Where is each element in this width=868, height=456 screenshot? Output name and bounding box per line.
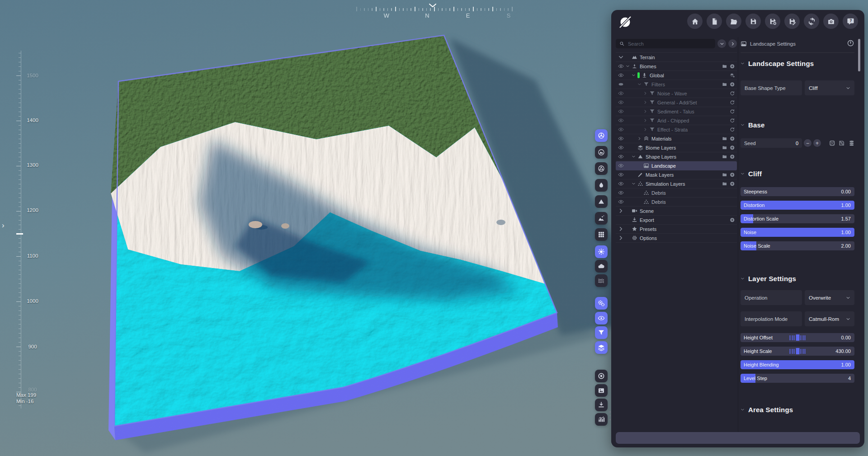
- expand-toggle[interactable]: [632, 73, 637, 77]
- tool-download-button[interactable]: [595, 399, 608, 411]
- section-cliff[interactable]: Cliff: [741, 170, 854, 178]
- add-icon[interactable]: [730, 181, 735, 187]
- section-landscape-settings[interactable]: Landscape Settings: [741, 60, 854, 67]
- folder-icon[interactable]: [722, 136, 727, 141]
- seed-field[interactable]: Seed 0: [741, 138, 802, 148]
- save-seed-icon[interactable]: [839, 140, 845, 146]
- slider-noise[interactable]: Noise1.00: [741, 228, 854, 237]
- tool-circle-mountain-button[interactable]: [595, 146, 608, 159]
- slider-height-scale[interactable]: Height Scale430.00: [741, 347, 854, 356]
- visibility-toggle[interactable]: [618, 172, 626, 178]
- expand-toggle[interactable]: [637, 136, 643, 141]
- tool-circle-shape-button[interactable]: [595, 162, 608, 175]
- help-button[interactable]: ?: [843, 14, 858, 29]
- visibility-toggle[interactable]: [618, 163, 626, 169]
- folder-icon[interactable]: [722, 181, 727, 187]
- tool-gears-button[interactable]: [595, 297, 608, 310]
- expand-toggle[interactable]: [632, 182, 637, 186]
- tool-sun-button[interactable]: [595, 245, 608, 258]
- slider-height-offset[interactable]: Height Offset0.00: [741, 333, 854, 342]
- visibility-toggle[interactable]: [618, 99, 626, 105]
- add-icon[interactable]: [730, 145, 735, 150]
- expand-toggle[interactable]: [643, 118, 649, 122]
- expand-toggle[interactable]: [618, 226, 626, 232]
- refresh-icon[interactable]: [730, 100, 735, 105]
- tree-row-export[interactable]: Export: [616, 216, 737, 225]
- folder-icon[interactable]: [722, 154, 727, 160]
- tree-row-biome-layers[interactable]: Biome Layers: [616, 143, 737, 152]
- slider-distortion[interactable]: Distortion1.00: [741, 201, 854, 210]
- tree-row-debris-15[interactable]: Debris: [616, 188, 737, 197]
- visibility-toggle[interactable]: [618, 72, 626, 78]
- tool-terrain-sparkle-button[interactable]: [595, 212, 608, 225]
- tree-row-biomes[interactable]: Biomes: [616, 62, 737, 71]
- new-file-button[interactable]: [707, 14, 722, 29]
- add-icon[interactable]: [730, 64, 735, 69]
- tool-chart-button[interactable]: [595, 413, 608, 426]
- search-input[interactable]: [627, 41, 712, 47]
- base-shape-type-select[interactable]: Cliff: [805, 80, 854, 95]
- tool-record-button[interactable]: [595, 370, 608, 382]
- scrub-handle[interactable]: [790, 334, 806, 341]
- visibility-toggle[interactable]: [618, 90, 626, 96]
- seed-decrement-button[interactable]: −: [804, 139, 811, 147]
- tree-row-simulation-layers[interactable]: Simulation Layers: [616, 179, 737, 188]
- folder-icon[interactable]: [722, 64, 727, 69]
- expand-toggle[interactable]: [643, 100, 649, 104]
- tree-row-sediment-talus[interactable]: Sediment - Talus: [616, 107, 737, 116]
- seed-library-icon[interactable]: [849, 140, 855, 146]
- visibility-toggle[interactable]: [618, 190, 626, 196]
- tree-expand-all-button[interactable]: [728, 39, 737, 48]
- add-icon[interactable]: [730, 82, 735, 87]
- scrub-handle[interactable]: [790, 348, 806, 354]
- search-box[interactable]: [616, 39, 715, 48]
- tool-eye-button[interactable]: [595, 312, 608, 324]
- tool-filter-button[interactable]: [595, 326, 608, 339]
- tree-row-mask-layers[interactable]: Mask Layers: [616, 170, 737, 179]
- folder-icon[interactable]: [722, 145, 727, 150]
- section-area-settings[interactable]: Area Settings: [741, 406, 854, 414]
- expand-toggle[interactable]: [632, 155, 637, 159]
- expand-toggle[interactable]: [618, 208, 626, 214]
- expand-toggle[interactable]: [643, 127, 649, 132]
- inspector-scrollbar[interactable]: [858, 39, 860, 71]
- home-button[interactable]: [687, 14, 703, 29]
- visibility-toggle[interactable]: [618, 108, 626, 114]
- expand-toggle[interactable]: [618, 235, 626, 241]
- visibility-off-toggle[interactable]: [618, 81, 626, 87]
- slider-steepness[interactable]: Steepness0.00: [741, 187, 854, 196]
- refresh-icon[interactable]: [730, 118, 735, 123]
- tool-grid-button[interactable]: [595, 228, 608, 241]
- tool-droplet-button[interactable]: [595, 179, 608, 192]
- add-icon[interactable]: [730, 136, 735, 141]
- folder-icon[interactable]: [722, 172, 727, 178]
- tool-mountain-button[interactable]: [595, 195, 608, 208]
- visibility-toggle[interactable]: [618, 63, 626, 69]
- visibility-toggle[interactable]: [618, 154, 626, 160]
- refresh-icon[interactable]: [730, 127, 735, 132]
- tool-photo-button[interactable]: [595, 384, 608, 397]
- add-icon[interactable]: [730, 172, 735, 178]
- seed-increment-button[interactable]: +: [813, 139, 821, 147]
- sync-button[interactable]: [804, 14, 819, 29]
- expand-toggle[interactable]: [643, 91, 649, 95]
- slider-height-blending[interactable]: Height Blending1.00: [741, 360, 854, 369]
- tree-row-terrain[interactable]: Terrain: [616, 53, 737, 62]
- expand-toggle[interactable]: [626, 64, 632, 68]
- tool-waves-button[interactable]: [595, 274, 608, 287]
- tree-row-arid-chipped[interactable]: Arid - Chipped: [616, 116, 737, 125]
- tree-row-filters[interactable]: Filters: [616, 80, 737, 89]
- tree-row-shape-layers[interactable]: Shape Layers: [616, 152, 737, 161]
- visibility-toggle[interactable]: [618, 136, 626, 141]
- slider-distortion-scale[interactable]: Distortion Scale1.57: [741, 214, 854, 223]
- tool-orbit-button[interactable]: [595, 129, 608, 142]
- tree-collapse-all-button[interactable]: [717, 39, 726, 48]
- tree-row-materials[interactable]: Materials: [616, 134, 737, 143]
- tree-row-presets[interactable]: Presets: [616, 225, 737, 234]
- visibility-toggle[interactable]: [618, 127, 626, 132]
- expand-toggle[interactable]: [637, 82, 643, 86]
- visibility-toggle[interactable]: [618, 118, 626, 123]
- operation-select[interactable]: Overwrite: [805, 290, 854, 305]
- screenshot-button[interactable]: [823, 14, 839, 29]
- layers-add-icon[interactable]: [730, 73, 735, 78]
